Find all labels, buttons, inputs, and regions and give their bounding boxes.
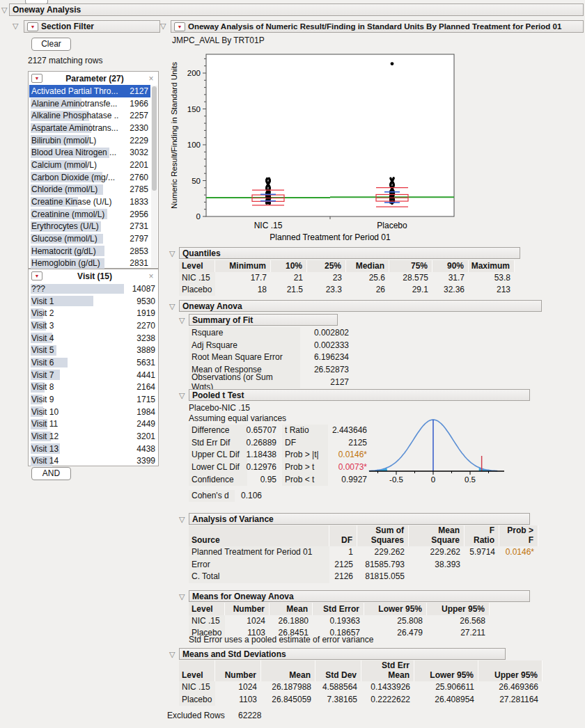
visit-list-item[interactable]: Visit 6 5631: [29, 356, 157, 369]
visit-list-item[interactable]: Visit 4 3238: [29, 332, 157, 345]
pooled-t-test-header[interactable]: Pooled t Test: [189, 389, 530, 401]
scrollbar[interactable]: [151, 86, 157, 267]
clear-button[interactable]: Clear: [31, 38, 71, 51]
cell: 17.7: [215, 272, 271, 284]
visit-list-item[interactable]: Visit 13 4438: [29, 443, 157, 455]
parameter-list-item[interactable]: Bilirubin (mmol/L) 2229: [29, 134, 150, 147]
cell: 5.9714: [465, 546, 499, 559]
cell: 26.568: [427, 615, 490, 628]
visit-label: Visit 1: [31, 296, 126, 306]
cell: 1: [329, 546, 357, 559]
red-triangle-menu-icon[interactable]: ▼: [174, 22, 185, 31]
t-distribution-plot: -0.500.5: [368, 404, 508, 486]
visit-list-item[interactable]: Visit 9 1715: [29, 393, 157, 406]
parameter-list-item[interactable]: Alanine Aminotransfe... 1966: [29, 97, 150, 110]
visit-list-item[interactable]: Visit 7 4441: [29, 369, 157, 381]
svg-text:Placebo: Placebo: [377, 221, 407, 230]
and-button[interactable]: AND: [31, 467, 71, 480]
root-section-header[interactable]: Oneway Analysis: [9, 3, 584, 16]
visit-list-item[interactable]: ??? 14087: [29, 283, 157, 295]
visit-label: Visit 9: [31, 395, 126, 404]
parameter-list-item[interactable]: Carbon Dioxide (mg/... 2760: [29, 171, 150, 184]
col-header: Median: [346, 260, 389, 272]
stat-value: 6.196234: [300, 351, 353, 364]
stat-label: Rsquare: [189, 327, 300, 340]
analysis-subtitle: JMPC_AVAL By TRT01P: [172, 35, 265, 45]
section-filter-header[interactable]: ▼ Section Filter: [24, 20, 160, 33]
visit-list-item[interactable]: Visit 10 1984: [29, 406, 157, 418]
parameter-list-item[interactable]: Activated Partial Thro... 2127: [29, 85, 150, 97]
parameter-list-item[interactable]: Hemoglobin (g/dL) 2831: [29, 258, 150, 270]
disclosure-quantiles-icon[interactable]: ▽: [169, 250, 175, 258]
stat-label: Prob > |t|: [282, 449, 328, 461]
visit-list-item[interactable]: Visit 1 9530: [29, 295, 157, 308]
pooled-variance-note: Std Error uses a pooled estimate of erro…: [189, 635, 373, 644]
visit-label: ???: [31, 284, 126, 294]
aov-header[interactable]: Analysis of Variance: [189, 513, 530, 525]
parameter-count: 2853: [119, 246, 148, 256]
disclosure-means-sd-icon[interactable]: ▽: [169, 651, 175, 658]
parameter-list-item[interactable]: Glucose (mmol/L) 2797: [29, 232, 150, 245]
cell: 1024: [215, 681, 261, 694]
cell: [465, 571, 499, 583]
means-sd-title: Means and Std Deviations: [182, 649, 286, 659]
parameter-list-item[interactable]: Alkaline Phosphatase ... 2257: [29, 109, 150, 122]
visit-label: Visit 10: [31, 407, 126, 417]
visit-list-item[interactable]: Visit 8 2164: [29, 381, 157, 394]
means-anova-header[interactable]: Means for Oneway Anova: [189, 590, 530, 602]
disclosure-anova-icon[interactable]: ▽: [169, 303, 175, 310]
visit-list-item[interactable]: Visit 14 3399: [29, 455, 157, 468]
visit-count: 1919: [126, 308, 155, 318]
parameter-list-item[interactable]: Erythrocytes (U/L) 2731: [29, 221, 150, 233]
oneway-anova-header[interactable]: Oneway Anova: [179, 300, 542, 312]
cell: 26.469366: [478, 681, 543, 694]
close-icon[interactable]: ×: [147, 271, 155, 281]
quantiles-header[interactable]: Quantiles: [179, 247, 520, 259]
summary-of-fit-header[interactable]: Summary of Fit: [189, 314, 338, 326]
oneway-plot[interactable]: 050100150200Numeric Result/Finding in St…: [171, 46, 460, 249]
parameter-list-item[interactable]: Chloride (mmol/L) 2785: [29, 184, 150, 196]
disclosure-root-icon[interactable]: ▽: [1, 6, 7, 14]
red-triangle-menu-icon[interactable]: ▼: [27, 22, 38, 31]
col-header: Prob > F: [499, 525, 538, 546]
analysis-header[interactable]: ▼ Oneway Analysis of Numeric Result/Find…: [171, 20, 584, 33]
visit-list-item[interactable]: Visit 3 2270: [29, 319, 157, 332]
disclosure-sof-icon[interactable]: ▽: [179, 317, 185, 324]
stat-value: 1.18438: [247, 449, 281, 461]
disclosure-aov-icon[interactable]: ▽: [179, 516, 185, 523]
excluded-rows-label: Excluded Rows: [167, 711, 225, 720]
scrollbar-thumb[interactable]: [152, 86, 157, 191]
col-header: Upper 95%: [427, 603, 490, 615]
col-header: F Ratio: [465, 525, 499, 546]
cell: [499, 571, 538, 583]
stat-value-significant: 0.0146*: [328, 449, 371, 461]
parameter-list-item[interactable]: Aspartate Aminotrans... 2330: [29, 122, 150, 134]
cohens-d-row: Cohen's d 0.106: [189, 490, 262, 502]
parameter-list-item[interactable]: Creatine Kinase (U/L) 1833: [29, 196, 150, 208]
parameter-count: 2797: [119, 234, 148, 244]
disclosure-means-anova-icon[interactable]: ▽: [179, 593, 185, 601]
visit-list-item[interactable]: Visit 12 3201: [29, 430, 157, 443]
parameter-box-header: ▼ Parameter (27) ×: [29, 72, 158, 85]
parameter-list-item[interactable]: Calcium (mmol/L) 2201: [29, 159, 150, 171]
parameter-list-item[interactable]: Hematocrit (g/dL) 2853: [29, 245, 150, 258]
means-sd-header[interactable]: Means and Std Deviations: [179, 648, 506, 660]
visit-list-item[interactable]: Visit 11 2449: [29, 418, 157, 431]
close-icon[interactable]: ×: [147, 74, 155, 84]
parameter-list-item[interactable]: Blood Urea Nitrogen ... 3032: [29, 146, 150, 159]
disclosure-analysis-icon[interactable]: ▽: [160, 22, 166, 30]
red-triangle-menu-icon[interactable]: ▼: [31, 74, 42, 83]
disclosure-ttest-icon[interactable]: ▽: [179, 392, 185, 399]
parameter-count: 2257: [119, 111, 148, 120]
visit-list-item[interactable]: Visit 5 3889: [29, 344, 157, 356]
visit-list-item[interactable]: Visit 2 1919: [29, 307, 157, 319]
parameter-list-item[interactable]: Creatinine (mmol/L) 2956: [29, 208, 150, 221]
visit-count: 2270: [126, 321, 155, 331]
parameter-label: Hematocrit (g/dL): [31, 246, 119, 256]
red-triangle-menu-icon[interactable]: ▼: [31, 271, 42, 280]
means-anova-title: Means for Oneway Anova: [192, 592, 294, 601]
disclosure-filter-icon[interactable]: ▽: [13, 22, 18, 30]
parameter-count: 2330: [119, 123, 148, 133]
col-header: 90%: [432, 260, 469, 272]
cell: 26: [346, 284, 389, 296]
